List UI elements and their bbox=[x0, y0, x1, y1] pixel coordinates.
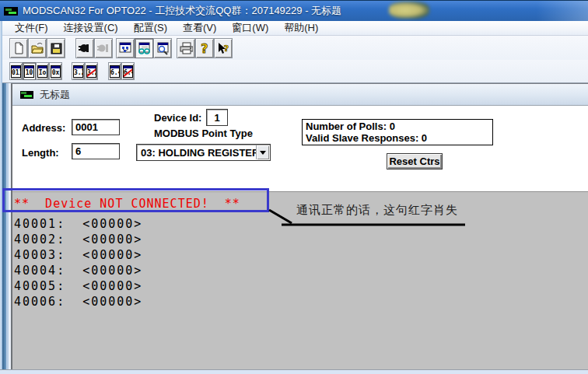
menu-help[interactable]: 帮助(H) bbox=[276, 21, 326, 35]
view-data-button[interactable] bbox=[135, 38, 153, 58]
connect-button[interactable] bbox=[75, 38, 94, 58]
open-file-button[interactable] bbox=[28, 38, 47, 58]
svg-text:?: ? bbox=[224, 44, 229, 54]
magnifier-window-icon bbox=[156, 41, 170, 55]
point-type-label: MODBUS Point Type bbox=[154, 128, 253, 139]
poll-stats-box: Number of Polls: 0 Valid Slave Responses… bbox=[302, 119, 493, 145]
combo-dropdown-arrow-icon[interactable] bbox=[256, 145, 269, 159]
register-row[interactable]: 40004:<00000> bbox=[14, 263, 142, 278]
new-file-button[interactable] bbox=[9, 38, 28, 58]
menu-connection[interactable]: 连接设置(C) bbox=[56, 21, 126, 35]
modscan32-window: MODSCAN32 For OPTO22 - 工控技术交流QQ群：2071492… bbox=[0, 0, 588, 374]
polls-label: Number of Polls: bbox=[306, 121, 387, 132]
hex-format-icon: 0x bbox=[51, 65, 61, 78]
save-floppy-icon bbox=[49, 41, 63, 55]
binary-format-icon: 011 bbox=[11, 65, 21, 78]
context-help-arrow-icon: ? bbox=[216, 41, 230, 55]
svg-text:?: ? bbox=[201, 41, 208, 55]
titlebar-glass-reflection bbox=[389, 2, 429, 19]
menu-setup[interactable]: 配置(S) bbox=[126, 21, 175, 35]
new-file-icon bbox=[12, 41, 26, 55]
view-definition-button[interactable] bbox=[116, 38, 135, 58]
format-float-button[interactable]: 3.2 bbox=[72, 62, 85, 80]
format-swapped-float-button[interactable]: 3.2 bbox=[85, 62, 98, 80]
integer-format-icon: Io bbox=[37, 65, 47, 78]
polls-value: 0 bbox=[390, 121, 395, 132]
view-traffic-button[interactable] bbox=[153, 38, 172, 58]
annotation-note: 通讯正常的话，这句红字肖失 bbox=[296, 203, 458, 218]
register-list: 40001:<00000> 40002:<00000> 40003:<00000… bbox=[14, 216, 142, 309]
help-question-icon: ? bbox=[198, 41, 212, 55]
print-button[interactable] bbox=[177, 38, 195, 58]
format-binary-button[interactable]: 011 bbox=[9, 62, 23, 80]
float-format-icon: 3.2 bbox=[73, 65, 83, 78]
register-row[interactable]: 40006:<00000> bbox=[14, 294, 142, 309]
register-row[interactable]: 40002:<00000> bbox=[14, 232, 142, 247]
main-toolbar: ? ? bbox=[2, 36, 588, 60]
format-decimal-button[interactable]: 10 bbox=[23, 62, 36, 80]
register-row[interactable]: 40005:<00000> bbox=[14, 278, 142, 294]
app-icon[interactable] bbox=[4, 7, 18, 16]
length-input[interactable]: 6 bbox=[72, 143, 120, 159]
window-title: MODSCAN32 For OPTO22 - 工控技术交流QQ群：2071492… bbox=[23, 4, 341, 18]
double-format-icon: 6.4 bbox=[110, 65, 120, 78]
format-toolbar: 011 10 Io 0x 3.2 3.2 6.4 6.4 bbox=[2, 60, 588, 83]
format-double-button[interactable]: 6.4 bbox=[108, 62, 121, 80]
swapped-double-format-icon: 6.4 bbox=[123, 65, 133, 78]
reset-counters-button[interactable]: Reset Ctrs bbox=[387, 153, 443, 170]
titlebar[interactable]: MODSCAN32 For OPTO22 - 工控技术交流QQ群：2071492… bbox=[0, 0, 588, 21]
responses-value: 0 bbox=[422, 132, 427, 144]
register-row[interactable]: 40003:<00000> bbox=[14, 247, 142, 263]
format-integer-button[interactable]: Io bbox=[36, 62, 49, 80]
point-type-combobox[interactable]: 03: HOLDING REGISTER bbox=[136, 144, 271, 161]
form-panel: Address: 0001 Length: 6 Device Id: 1 MOD… bbox=[12, 106, 588, 191]
point-type-value: 03: HOLDING REGISTER bbox=[141, 147, 259, 159]
address-label: Address: bbox=[22, 122, 65, 134]
connect-plug-icon bbox=[78, 41, 92, 55]
child-titlebar[interactable]: 无标题 bbox=[12, 83, 588, 106]
open-folder-icon bbox=[30, 41, 44, 55]
data-definition-icon bbox=[118, 41, 132, 55]
child-window-title: 无标题 bbox=[40, 88, 70, 102]
disconnect-plug-icon bbox=[96, 41, 110, 55]
device-id-input[interactable]: 1 bbox=[206, 109, 228, 126]
titlebar-glass-highlight bbox=[537, 1, 588, 21]
device-id-label: Device Id: bbox=[154, 112, 201, 124]
disconnect-button[interactable] bbox=[94, 38, 113, 58]
document-icon bbox=[20, 91, 33, 99]
register-row[interactable]: 40001:<00000> bbox=[14, 216, 142, 232]
menu-view[interactable]: 查看(V) bbox=[175, 21, 224, 35]
display-data-glasses-icon bbox=[137, 41, 151, 55]
printer-icon bbox=[179, 41, 193, 55]
address-input[interactable]: 0001 bbox=[72, 119, 120, 135]
menu-window[interactable]: 窗口(W) bbox=[224, 21, 276, 35]
register-data-panel: ** Device NOT CONNECTED! ** 40001:<00000… bbox=[12, 191, 588, 369]
swapped-float-format-icon: 3.2 bbox=[86, 65, 96, 78]
menubar: 文件(F) 连接设置(C) 配置(S) 查看(V) 窗口(W) 帮助(H) bbox=[2, 21, 588, 36]
save-file-button[interactable] bbox=[47, 38, 65, 58]
responses-label: Valid Slave Responses: bbox=[306, 132, 418, 144]
decimal-format-icon: 10 bbox=[24, 65, 34, 78]
menu-file[interactable]: 文件(F) bbox=[7, 21, 56, 35]
format-hex-button[interactable]: 0x bbox=[49, 62, 62, 80]
help-button[interactable]: ? bbox=[195, 38, 214, 58]
format-swapped-double-button[interactable]: 6.4 bbox=[121, 62, 135, 80]
length-label: Length: bbox=[22, 147, 59, 159]
window-frame-bottom bbox=[0, 369, 588, 374]
context-help-button[interactable]: ? bbox=[214, 38, 233, 58]
device-not-connected-banner: ** Device NOT CONNECTED! ** bbox=[14, 197, 240, 211]
